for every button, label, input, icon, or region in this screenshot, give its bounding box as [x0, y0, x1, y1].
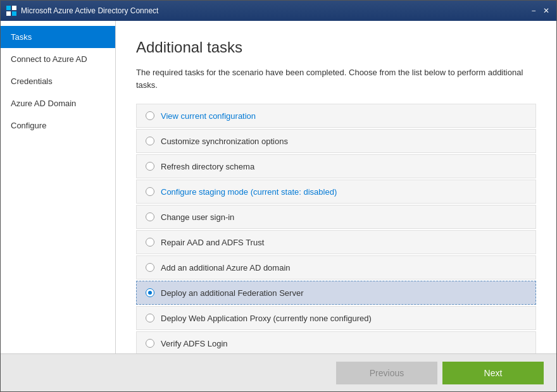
task-label-change-signin: Change user sign-in — [161, 212, 234, 222]
next-button[interactable]: Next — [442, 362, 544, 384]
radio-customize-sync — [146, 137, 154, 145]
sidebar-item-credentials[interactable]: Credentials — [1, 70, 115, 92]
radio-add-azure-domain — [146, 263, 154, 272]
title-bar-label: Microsoft Azure Active Directory Connect — [21, 6, 529, 15]
task-item-change-signin[interactable]: Change user sign-in — [136, 205, 536, 229]
radio-deploy-proxy — [146, 314, 154, 322]
task-list: View current configurationCustomize sync… — [136, 104, 536, 353]
minimize-button[interactable]: − — [529, 6, 539, 16]
task-label-add-azure-domain: Add an additional Azure AD domain — [161, 263, 291, 273]
sidebar-item-connect[interactable]: Connect to Azure AD — [1, 48, 115, 70]
sidebar: TasksConnect to Azure ADCredentialsAzure… — [1, 21, 116, 353]
task-item-verify-adfs[interactable]: Verify ADFS Login — [136, 331, 536, 353]
task-label-view-config: View current configuration — [161, 111, 256, 121]
task-item-repair-aad[interactable]: Repair AAD and ADFS Trust — [136, 230, 536, 254]
task-item-customize-sync[interactable]: Customize synchronization options — [136, 129, 536, 153]
task-item-refresh-schema[interactable]: Refresh directory schema — [136, 154, 536, 178]
task-item-deploy-federation[interactable]: Deploy an additional Federation Server — [136, 281, 536, 305]
sidebar-item-configure[interactable]: Configure — [1, 114, 115, 137]
svg-rect-0 — [6, 6, 11, 10]
task-label-staging-mode: Configure staging mode (current state: d… — [161, 187, 337, 197]
radio-refresh-schema — [146, 162, 154, 171]
content-area: Additional tasks The required tasks for … — [116, 21, 556, 353]
page-description: The required tasks for the scenario have… — [136, 66, 536, 91]
task-label-verify-adfs: Verify ADFS Login — [161, 339, 228, 348]
main-window: Microsoft Azure Active Directory Connect… — [0, 0, 557, 392]
radio-staging-mode — [146, 187, 154, 196]
title-bar-controls: − ✕ — [529, 6, 551, 16]
title-bar: Microsoft Azure Active Directory Connect… — [1, 1, 556, 21]
task-item-add-azure-domain[interactable]: Add an additional Azure AD domain — [136, 255, 536, 279]
task-item-staging-mode[interactable]: Configure staging mode (current state: d… — [136, 180, 536, 204]
task-label-customize-sync: Customize synchronization options — [161, 137, 288, 146]
task-label-repair-aad: Repair AAD and ADFS Trust — [161, 238, 264, 247]
task-item-deploy-proxy[interactable]: Deploy Web Application Proxy (currently … — [136, 306, 536, 330]
sidebar-item-tasks[interactable]: Tasks — [1, 26, 115, 48]
sidebar-item-domain[interactable]: Azure AD Domain — [1, 92, 115, 114]
task-label-deploy-proxy: Deploy Web Application Proxy (currently … — [161, 314, 372, 323]
close-button[interactable]: ✕ — [541, 6, 551, 16]
radio-repair-aad — [146, 238, 154, 247]
svg-rect-2 — [6, 11, 11, 16]
svg-rect-1 — [12, 6, 16, 10]
task-label-refresh-schema: Refresh directory schema — [161, 162, 254, 171]
app-icon — [6, 5, 17, 16]
main-area: TasksConnect to Azure ADCredentialsAzure… — [1, 21, 556, 353]
radio-change-signin — [146, 212, 154, 221]
footer: Previous Next — [1, 353, 556, 391]
task-label-deploy-federation: Deploy an additional Federation Server — [161, 288, 303, 298]
previous-button[interactable]: Previous — [336, 362, 437, 384]
radio-deploy-federation — [146, 288, 154, 297]
svg-rect-3 — [12, 11, 16, 16]
task-item-view-config[interactable]: View current configuration — [136, 104, 536, 128]
page-title: Additional tasks — [136, 39, 536, 56]
radio-verify-adfs — [146, 339, 154, 348]
radio-view-config — [146, 111, 154, 120]
